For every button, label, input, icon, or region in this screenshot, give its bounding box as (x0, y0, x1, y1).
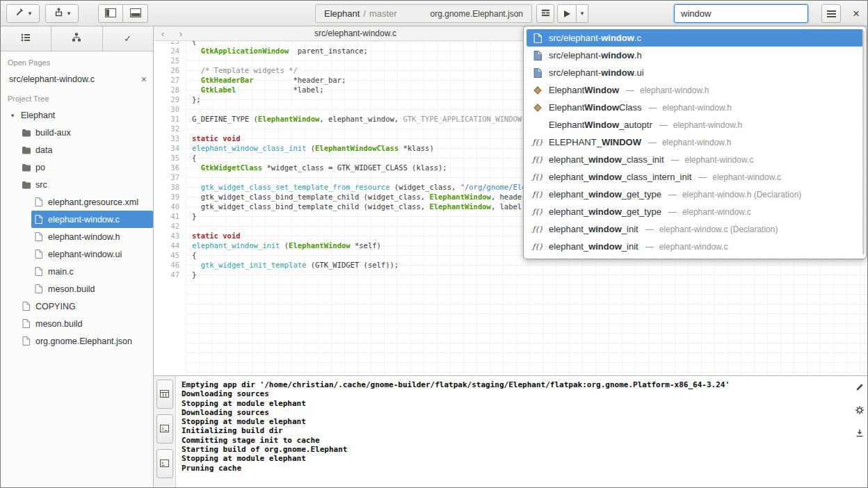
list-icon (20, 33, 31, 44)
line-number[interactable]: 40 (154, 202, 186, 211)
line-number[interactable]: 23 (154, 41, 186, 46)
search-result[interactable]: src/elephant-window.ui (527, 64, 863, 81)
toggle-left-panel-button[interactable] (98, 4, 123, 23)
download-icon[interactable] (855, 428, 864, 440)
line-number[interactable]: 42 (154, 221, 186, 231)
code-token: (GTK_WIDGET (self)); (311, 261, 399, 269)
search-result[interactable]: ElephantWindow_autoptr—elephant-window.h (527, 116, 863, 133)
line-number[interactable]: 43 (154, 231, 186, 241)
line-number[interactable]: 33 (154, 133, 186, 143)
tree-item-elephant-window.c[interactable]: elephant-window.c (1, 211, 153, 228)
result-separator: — (626, 86, 634, 95)
result-separator: — (671, 155, 680, 165)
search-result[interactable]: ElephantWindow—elephant-window.h (527, 81, 863, 99)
toggle-bottom-panel-button[interactable] (123, 4, 148, 23)
line-number[interactable]: 39 (154, 192, 186, 202)
terminal-tab[interactable] (156, 414, 173, 444)
result-name: src/elephant-window.h (549, 50, 642, 60)
build-profile-button[interactable]: ▾ (6, 4, 40, 23)
search-result[interactable]: ElephantWindowClass—elephant-window.h (527, 99, 863, 116)
tab-project-tree[interactable] (51, 26, 102, 51)
line-number[interactable]: 34 (154, 143, 186, 153)
search-result[interactable]: ƒ{}elephant_window_get_type—elephant-win… (527, 203, 863, 220)
line-number[interactable]: 35 (154, 153, 186, 163)
run-options-button[interactable]: ▾ (577, 4, 588, 23)
line-number[interactable]: 26 (154, 65, 186, 75)
omnibar[interactable]: Elephant / master org.gnome.Elephant.jso… (315, 4, 532, 23)
line-number[interactable]: 27 (154, 75, 186, 85)
tree-item-COPYING[interactable]: COPYING (1, 298, 153, 315)
search-result[interactable]: ƒ{}elephant_window_class_intern_init—ele… (527, 168, 863, 186)
tree-item-org.gnome.Elephant.json[interactable]: org.gnome.Elephant.json (1, 332, 153, 350)
log-line: Downloading sources (182, 408, 848, 417)
tree-item-meson.build[interactable]: meson.build (1, 280, 153, 298)
tree-item-build-aux[interactable]: build-aux (1, 124, 153, 141)
search-result[interactable]: src/elephant-window.c (527, 29, 863, 47)
search-result[interactable]: ƒ{}elephant_window_init—elephant-window.… (527, 238, 863, 255)
file-icon (21, 336, 31, 345)
line-number[interactable]: 24 (154, 46, 186, 56)
build-output-tab[interactable] (156, 380, 173, 409)
line-number[interactable]: 31 (154, 114, 186, 124)
tree-item-elephant-window.h[interactable]: elephant-window.h (1, 228, 153, 245)
close-page-icon[interactable]: × (141, 74, 147, 85)
search-input[interactable] (674, 4, 808, 23)
tab-pages[interactable] (1, 26, 51, 51)
search-result[interactable]: ƒ{}elephant_window_class_init—elephant-w… (527, 151, 863, 168)
tree-item-content: meson.build (31, 280, 153, 298)
line-number[interactable]: 37 (154, 172, 186, 182)
line-number[interactable]: 45 (154, 250, 186, 260)
file-icon (33, 284, 44, 293)
build-button[interactable] (536, 4, 554, 23)
tree-item-content: elephant-window.ui (31, 245, 153, 263)
code-token (192, 261, 201, 269)
export-button[interactable]: ▾ (45, 4, 79, 23)
popover-scrollbar[interactable] (862, 31, 865, 254)
result-detail: elephant-window.h (663, 103, 732, 113)
line-number[interactable]: 46 (154, 260, 186, 270)
code-token: { (192, 251, 196, 259)
search-result[interactable]: src/elephant-window.h (527, 47, 863, 64)
line-number[interactable]: 29 (154, 95, 186, 104)
build-log[interactable]: Emptying app dir '/home/christian/.cache… (177, 377, 848, 487)
tree-item-elephant.gresource.xml[interactable]: elephant.gresource.xml (1, 193, 153, 211)
open-page-item[interactable]: src/elephant-window.c× (1, 70, 153, 88)
code-token: ElephantWindow (289, 241, 351, 250)
line-number[interactable]: 38 (154, 182, 186, 192)
close-button[interactable]: × (846, 4, 866, 23)
run-button[interactable] (557, 4, 577, 23)
code-text: { (186, 41, 196, 46)
tree-item-meson.build[interactable]: meson.build (1, 315, 153, 332)
line-number[interactable]: 44 (154, 241, 186, 250)
line-number[interactable]: 25 (154, 56, 186, 65)
tree-item-src[interactable]: src (1, 176, 153, 193)
line-number[interactable]: 32 (154, 124, 186, 133)
tree-item-Elephant[interactable]: ▾Elephant (1, 106, 153, 124)
tree-item-elephant-window.ui[interactable]: elephant-window.ui (1, 245, 153, 263)
build-tool-icon (15, 7, 25, 20)
file-icon (21, 319, 31, 328)
result-detail: elephant-window.h (Declaration) (682, 190, 801, 200)
line-number[interactable]: 30 (154, 104, 186, 114)
edit-icon[interactable] (855, 382, 864, 394)
sidebar: ✓ Open Pages src/elephant-window.c× Proj… (1, 26, 154, 487)
gear-icon[interactable] (855, 405, 864, 417)
menu-button[interactable] (821, 4, 841, 23)
function-icon: ƒ{} (532, 156, 543, 163)
tree-item-po[interactable]: po (1, 158, 153, 176)
expander-open-icon[interactable]: ▾ (8, 112, 17, 119)
line-number[interactable]: 28 (154, 85, 186, 95)
tree-item-data[interactable]: data (1, 141, 153, 158)
line-number[interactable]: 36 (154, 163, 186, 172)
runtime-terminal-tab[interactable] (156, 449, 173, 478)
result-name: src/elephant-window.c (549, 33, 641, 43)
tab-todo[interactable]: ✓ (103, 26, 153, 51)
code-text (186, 172, 192, 182)
code-token: , header (491, 193, 527, 201)
search-result[interactable]: ƒ{}elephant_window_get_type—elephant-win… (527, 186, 863, 203)
line-number[interactable]: 47 (154, 270, 186, 279)
tree-item-main.c[interactable]: main.c (1, 263, 153, 280)
search-result[interactable]: ƒ{}elephant_window_init—elephant-window.… (527, 220, 863, 238)
line-number[interactable]: 41 (154, 211, 186, 221)
search-result[interactable]: ƒ{}ELEPHANT_WINDOW—elephant-window.h (527, 133, 863, 151)
